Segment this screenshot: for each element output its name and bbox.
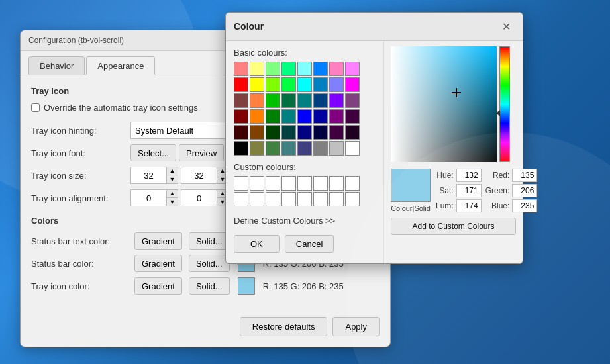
basic-colour-cell[interactable] <box>281 125 296 140</box>
basic-colour-cell[interactable] <box>297 125 312 140</box>
custom-colour-cell[interactable] <box>281 192 296 206</box>
bar-solid-btn[interactable]: Solid... <box>189 255 230 272</box>
size-up1[interactable]: ▲ <box>167 167 178 175</box>
custom-colour-cell[interactable] <box>345 176 360 191</box>
basic-colour-cell[interactable] <box>234 141 248 156</box>
basic-colour-cell[interactable] <box>329 77 344 92</box>
basic-colour-cell[interactable] <box>266 62 280 76</box>
hue-input[interactable] <box>456 169 482 182</box>
add-to-custom-button[interactable]: Add to Custom Colours <box>391 218 516 235</box>
basic-colour-cell[interactable] <box>250 109 264 124</box>
basic-colour-cell[interactable] <box>329 141 344 156</box>
custom-colour-cell[interactable] <box>329 176 344 191</box>
align-up1[interactable]: ▲ <box>167 190 178 198</box>
basic-colour-cell[interactable] <box>250 125 264 140</box>
lum-input[interactable] <box>456 199 482 212</box>
ok-button[interactable]: OK <box>234 235 280 253</box>
basic-colour-cell[interactable] <box>250 77 264 92</box>
font-preview-button[interactable]: Preview <box>179 144 224 161</box>
basic-colour-cell[interactable] <box>313 109 328 124</box>
basic-colour-cell[interactable] <box>313 125 328 140</box>
blue-input[interactable] <box>512 199 537 212</box>
basic-colour-cell[interactable] <box>297 93 312 108</box>
custom-colour-cell[interactable] <box>250 176 264 191</box>
basic-colour-cell[interactable] <box>281 109 296 124</box>
red-input[interactable] <box>512 169 537 182</box>
basic-colour-cell[interactable] <box>234 93 248 108</box>
basic-colour-cell[interactable] <box>329 62 344 76</box>
basic-colour-cell[interactable] <box>281 77 296 92</box>
size-down1[interactable]: ▼ <box>167 175 178 183</box>
custom-colour-cell[interactable] <box>297 176 312 191</box>
basic-colour-cell[interactable] <box>234 77 248 92</box>
basic-colour-cell[interactable] <box>345 109 360 124</box>
basic-colour-cell[interactable] <box>345 141 360 156</box>
basic-colour-cell[interactable] <box>250 141 264 156</box>
basic-colour-cell[interactable] <box>345 77 360 92</box>
basic-colour-cell[interactable] <box>234 109 248 124</box>
basic-colour-cell[interactable] <box>250 93 264 108</box>
basic-colour-cell[interactable] <box>250 62 264 76</box>
green-input[interactable] <box>512 184 537 197</box>
tab-appearance[interactable]: Appearance <box>86 56 155 75</box>
basic-colour-cell[interactable] <box>329 125 344 140</box>
override-checkbox[interactable] <box>31 103 40 112</box>
basic-colour-cell[interactable] <box>234 62 248 76</box>
basic-colour-cell[interactable] <box>281 93 296 108</box>
custom-colour-cell[interactable] <box>281 176 296 191</box>
basic-colour-cell[interactable] <box>266 109 280 124</box>
color-row-2: Tray icon color: Gradient Solid... R: 13… <box>31 277 380 295</box>
text-solid-btn[interactable]: Solid... <box>189 232 230 250</box>
basic-colour-cell[interactable] <box>266 77 280 92</box>
basic-colour-cell[interactable] <box>281 62 296 76</box>
basic-colour-cell[interactable] <box>345 125 360 140</box>
text-gradient-btn[interactable]: Gradient <box>134 232 182 250</box>
basic-colour-cell[interactable] <box>313 93 328 108</box>
align-down1[interactable]: ▼ <box>167 198 178 206</box>
basic-colour-cell[interactable] <box>329 109 344 124</box>
sat-input[interactable] <box>456 184 482 197</box>
hue-slider[interactable] <box>499 46 510 162</box>
basic-colour-cell[interactable] <box>266 141 280 156</box>
dialog-close-button[interactable]: ✕ <box>497 18 515 35</box>
size-input1[interactable] <box>130 167 167 184</box>
basic-colour-cell[interactable] <box>345 93 360 108</box>
basic-colour-cell[interactable] <box>266 125 280 140</box>
hinting-select[interactable]: System Default <box>130 122 236 139</box>
define-custom-button[interactable]: Define Custom Colours >> <box>234 213 335 228</box>
basic-colour-cell[interactable] <box>313 141 328 156</box>
basic-colour-cell[interactable] <box>297 77 312 92</box>
custom-colour-cell[interactable] <box>234 176 248 191</box>
colour-spectrum[interactable] <box>391 46 497 162</box>
custom-colour-cell[interactable] <box>329 192 344 206</box>
align-input1[interactable] <box>130 189 167 206</box>
basic-colour-cell[interactable] <box>266 93 280 108</box>
basic-colour-cell[interactable] <box>313 62 328 76</box>
custom-colour-cell[interactable] <box>297 192 312 206</box>
basic-colour-cell[interactable] <box>329 93 344 108</box>
cancel-button[interactable]: Cancel <box>285 235 334 253</box>
basic-colour-cell[interactable] <box>297 141 312 156</box>
custom-colour-cell[interactable] <box>313 176 328 191</box>
align-input2[interactable] <box>181 189 217 206</box>
custom-colour-cell[interactable] <box>266 192 280 206</box>
custom-colour-cell[interactable] <box>345 192 360 206</box>
basic-colour-cell[interactable] <box>234 125 248 140</box>
custom-colour-cell[interactable] <box>234 192 248 206</box>
size-input2[interactable] <box>181 167 217 184</box>
basic-colour-cell[interactable] <box>297 62 312 76</box>
restore-defaults-button[interactable]: Restore defaults <box>240 317 328 336</box>
basic-colour-cell[interactable] <box>313 77 328 92</box>
basic-colour-cell[interactable] <box>345 62 360 76</box>
apply-button[interactable]: Apply <box>332 317 380 336</box>
custom-colour-cell[interactable] <box>313 192 328 206</box>
custom-colour-cell[interactable] <box>250 192 264 206</box>
tray-solid-btn[interactable]: Solid... <box>189 277 230 295</box>
tab-behavior[interactable]: Behavior <box>28 56 85 75</box>
basic-colour-cell[interactable] <box>297 109 312 124</box>
custom-colour-cell[interactable] <box>266 176 280 191</box>
bar-gradient-btn[interactable]: Gradient <box>134 255 182 272</box>
basic-colour-cell[interactable] <box>281 141 296 156</box>
tray-gradient-btn[interactable]: Gradient <box>134 277 182 295</box>
font-select-button[interactable]: Select... <box>130 144 176 161</box>
